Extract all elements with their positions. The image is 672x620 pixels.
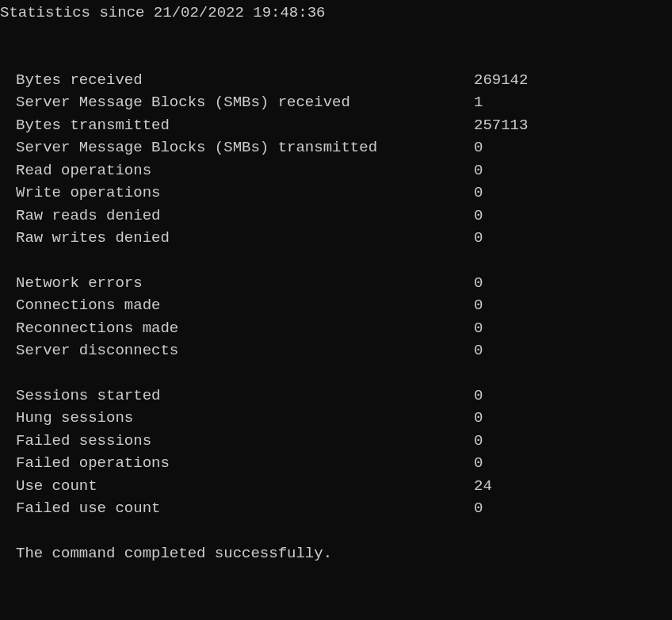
stat-label: Hung sessions <box>16 407 474 430</box>
stat-row: Bytes transmitted257113 <box>16 114 672 137</box>
stat-row: Write operations0 <box>16 182 672 205</box>
stat-row: Use count24 <box>16 475 672 498</box>
stat-row: Failed sessions0 <box>16 430 672 453</box>
stat-label: Bytes transmitted <box>16 114 474 137</box>
stat-label: Raw writes denied <box>16 227 474 250</box>
stat-value: 0 <box>474 227 483 250</box>
stat-value: 0 <box>474 407 483 430</box>
stat-value: 0 <box>474 136 483 159</box>
stat-row: Connections made0 <box>16 294 672 317</box>
stat-value: 1 <box>474 91 483 114</box>
stat-row: Network errors0 <box>16 272 672 295</box>
stat-value: 0 <box>474 317 483 340</box>
group-spacer <box>16 250 672 272</box>
stat-label: Failed operations <box>16 452 474 475</box>
stat-value: 0 <box>474 385 483 408</box>
stat-row: Server Message Blocks (SMBs) transmitted… <box>16 136 672 159</box>
stat-label: Bytes received <box>16 69 474 92</box>
stat-label: Use count <box>16 475 474 498</box>
stat-row: Reconnections made0 <box>16 317 672 340</box>
stat-label: Server Message Blocks (SMBs) received <box>16 91 474 114</box>
stat-label: Failed use count <box>16 497 474 520</box>
stat-label: Write operations <box>16 182 474 205</box>
stat-value: 0 <box>474 205 483 228</box>
stat-value: 0 <box>474 294 483 317</box>
stat-value: 0 <box>474 452 483 475</box>
stat-row: Read operations0 <box>16 159 672 182</box>
stat-value: 0 <box>474 339 483 362</box>
stat-value: 0 <box>474 497 483 520</box>
stat-row: Raw writes denied0 <box>16 227 672 250</box>
stat-label: Sessions started <box>16 385 474 408</box>
group-spacer <box>16 362 672 385</box>
stat-row: Failed use count0 <box>16 497 672 520</box>
stat-row: Raw reads denied0 <box>16 205 672 228</box>
stat-value: 269142 <box>474 69 528 92</box>
stat-row: Bytes received269142 <box>16 69 672 92</box>
stat-row: Sessions started0 <box>16 385 672 408</box>
stat-label: Server disconnects <box>16 339 474 362</box>
stat-label: Reconnections made <box>16 317 474 340</box>
stats-header: Statistics since 21/02/2022 19:48:36 <box>0 0 672 25</box>
stat-row: Server Message Blocks (SMBs) received1 <box>16 91 672 114</box>
stat-row: Hung sessions0 <box>16 407 672 430</box>
stat-value: 0 <box>474 272 483 295</box>
completion-message: The command completed successfully. <box>16 520 672 565</box>
stat-value: 0 <box>474 159 483 182</box>
stat-label: Read operations <box>16 159 474 182</box>
stats-block: Bytes received269142Server Message Block… <box>0 25 672 565</box>
stat-row: Failed operations0 <box>16 452 672 475</box>
stat-value: 257113 <box>474 114 528 137</box>
stat-label: Server Message Blocks (SMBs) transmitted <box>16 136 474 159</box>
stat-label: Connections made <box>16 294 474 317</box>
stat-row: Server disconnects0 <box>16 339 672 362</box>
stat-label: Failed sessions <box>16 430 474 453</box>
stat-label: Network errors <box>16 272 474 295</box>
stat-value: 24 <box>474 475 492 498</box>
stat-value: 0 <box>474 430 483 453</box>
stat-value: 0 <box>474 182 483 205</box>
stat-label: Raw reads denied <box>16 205 474 228</box>
